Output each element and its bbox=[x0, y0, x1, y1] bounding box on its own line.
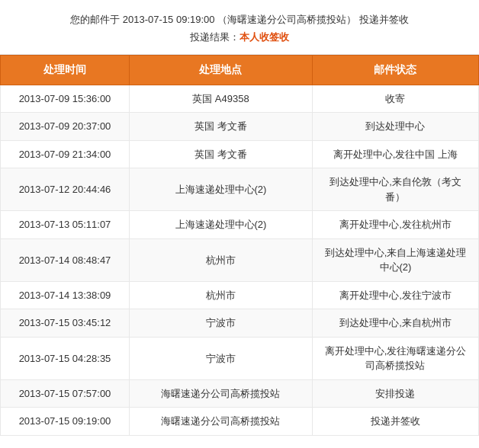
table-row: 2013-07-09 20:37:00英国 考文番到达处理中心 bbox=[1, 113, 479, 141]
cell-location: 海曙速递分公司高桥揽投站 bbox=[130, 379, 313, 408]
cell-status: 离开处理中心,发往海曙速递分公司高桥揽投站 bbox=[312, 337, 478, 379]
table-row: 2013-07-15 09:19:00海曙速递分公司高桥揽投站投递并签收 bbox=[1, 408, 479, 436]
result-label: 投递结果： bbox=[190, 31, 240, 43]
cell-time: 2013-07-13 05:11:07 bbox=[1, 211, 130, 239]
cell-location: 上海速递处理中心(2) bbox=[130, 168, 313, 211]
cell-status: 离开处理中心,发往中国 上海 bbox=[312, 140, 478, 168]
cell-time: 2013-07-12 20:44:46 bbox=[1, 168, 130, 211]
table-row: 2013-07-15 07:57:00海曙速递分公司高桥揽投站安排投递 bbox=[1, 379, 479, 408]
cell-status: 到达处理中心,来自伦敦（考文番） bbox=[312, 168, 478, 211]
col-status: 邮件状态 bbox=[312, 55, 478, 85]
col-location: 处理地点 bbox=[130, 55, 313, 85]
table-row: 2013-07-09 15:36:00英国 A49358收寄 bbox=[1, 85, 479, 113]
cell-location: 宁波市 bbox=[130, 309, 313, 338]
cell-status: 到达处理中心,来自上海速递处理中心(2) bbox=[312, 238, 478, 281]
cell-location: 杭州市 bbox=[130, 281, 313, 309]
header-result: 投递结果：本人收签收 bbox=[15, 28, 464, 46]
cell-status: 离开处理中心,发往宁波市 bbox=[312, 281, 478, 309]
cell-location: 英国 考文番 bbox=[130, 140, 313, 168]
cell-time: 2013-07-09 20:37:00 bbox=[1, 113, 130, 141]
result-value: 本人收签收 bbox=[240, 31, 289, 43]
cell-location: 英国 A49358 bbox=[130, 85, 313, 113]
cell-time: 2013-07-15 09:19:00 bbox=[1, 408, 130, 436]
cell-time: 2013-07-09 21:34:00 bbox=[1, 140, 130, 168]
cell-location: 海曙速递分公司高桥揽投站 bbox=[130, 408, 313, 436]
col-time: 处理时间 bbox=[1, 55, 130, 85]
header-section: 您的邮件于 2013-07-15 09:19:00 （海曙速递分公司高桥揽投站）… bbox=[0, 0, 479, 55]
table-row: 2013-07-15 04:28:35宁波市离开处理中心,发往海曙速递分公司高桥… bbox=[1, 337, 479, 379]
table-row: 2013-07-13 05:11:07上海速递处理中心(2)离开处理中心,发往杭… bbox=[1, 211, 479, 239]
header-main-text: 您的邮件于 2013-07-15 09:19:00 （海曙速递分公司高桥揽投站）… bbox=[70, 14, 409, 25]
table-row: 2013-07-15 03:45:12宁波市到达处理中心,来自杭州市 bbox=[1, 309, 479, 338]
cell-location: 杭州市 bbox=[130, 238, 313, 281]
cell-status: 投递并签收 bbox=[312, 408, 478, 436]
cell-status: 收寄 bbox=[312, 85, 478, 113]
cell-time: 2013-07-14 13:38:09 bbox=[1, 281, 130, 309]
table-row: 2013-07-12 20:44:46上海速递处理中心(2)到达处理中心,来自伦… bbox=[1, 168, 479, 211]
cell-time: 2013-07-15 03:45:12 bbox=[1, 309, 130, 338]
cell-status: 离开处理中心,发往杭州市 bbox=[312, 211, 478, 239]
table-row: 2013-07-14 08:48:47杭州市到达处理中心,来自上海速递处理中心(… bbox=[1, 238, 479, 281]
page-wrapper: 您的邮件于 2013-07-15 09:19:00 （海曙速递分公司高桥揽投站）… bbox=[0, 0, 479, 448]
cell-status: 到达处理中心,来自杭州市 bbox=[312, 309, 478, 338]
cell-status: 安排投递 bbox=[312, 379, 478, 408]
cell-time: 2013-07-09 15:36:00 bbox=[1, 85, 130, 113]
cell-status: 到达处理中心 bbox=[312, 113, 478, 141]
cell-time: 2013-07-15 04:28:35 bbox=[1, 337, 130, 379]
table-header-row: 处理时间 处理地点 邮件状态 bbox=[1, 55, 479, 85]
cell-time: 2013-07-14 08:48:47 bbox=[1, 238, 130, 281]
cell-location: 上海速递处理中心(2) bbox=[130, 211, 313, 239]
cell-location: 宁波市 bbox=[130, 337, 313, 379]
cell-time: 2013-07-15 07:57:00 bbox=[1, 379, 130, 408]
table-row: 2013-07-14 13:38:09杭州市离开处理中心,发往宁波市 bbox=[1, 281, 479, 309]
header-main: 您的邮件于 2013-07-15 09:19:00 （海曙速递分公司高桥揽投站）… bbox=[15, 11, 464, 28]
tracking-table: 处理时间 处理地点 邮件状态 2013-07-09 15:36:00英国 A49… bbox=[0, 55, 479, 436]
cell-location: 英国 考文番 bbox=[130, 113, 313, 141]
table-row: 2013-07-09 21:34:00英国 考文番离开处理中心,发往中国 上海 bbox=[1, 140, 479, 168]
